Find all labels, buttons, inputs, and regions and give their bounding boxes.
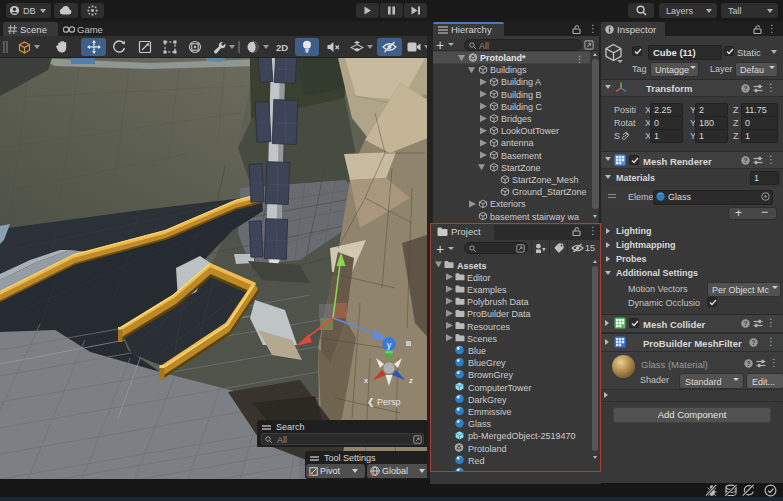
svg-text:DarkGrey: DarkGrey xyxy=(468,395,507,405)
svg-text:x: x xyxy=(364,376,368,385)
svg-text:StartZone: StartZone xyxy=(501,163,541,173)
svg-text:y: y xyxy=(387,340,392,350)
svg-text:StartZone_Mesh: StartZone_Mesh xyxy=(512,175,579,185)
svg-text:Polybrush Data: Polybrush Data xyxy=(467,297,529,307)
svg-text:BrownGrey: BrownGrey xyxy=(468,370,514,380)
svg-text:basement stairway wa: basement stairway wa xyxy=(490,212,579,222)
svg-text:Examples: Examples xyxy=(467,285,507,295)
svg-text:ProBuilder Data: ProBuilder Data xyxy=(467,309,531,319)
svg-text:Protoland*: Protoland* xyxy=(480,53,526,63)
svg-text:?: ? xyxy=(744,157,748,164)
svg-text:antenna: antenna xyxy=(501,138,534,148)
svg-text:BlueGrey: BlueGrey xyxy=(468,358,506,368)
svg-text:❮ Persp: ❮ Persp xyxy=(367,397,401,408)
svg-text:Red: Red xyxy=(468,456,485,466)
svg-text:Editor: Editor xyxy=(467,273,491,283)
svg-text:Protoland: Protoland xyxy=(468,444,507,454)
svg-text:Building C: Building C xyxy=(501,102,543,112)
svg-text:Exteriors: Exteriors xyxy=(490,199,526,209)
svg-text:Building A: Building A xyxy=(501,77,541,87)
svg-text:Assets: Assets xyxy=(457,261,487,271)
svg-text:?: ? xyxy=(747,360,751,367)
svg-text:LookOutTower: LookOutTower xyxy=(501,126,559,136)
svg-text:?: ? xyxy=(752,339,756,346)
svg-text:?: ? xyxy=(744,85,748,92)
svg-text:Buildings: Buildings xyxy=(490,65,527,75)
svg-text:Blue: Blue xyxy=(468,346,486,356)
svg-text:Basement: Basement xyxy=(501,151,542,161)
svg-text:Scenes: Scenes xyxy=(467,334,498,344)
svg-text:Building B: Building B xyxy=(501,90,542,100)
svg-text:Glass: Glass xyxy=(468,419,492,429)
svg-text:⋮: ⋮ xyxy=(575,54,584,64)
svg-text:Ground_StartZone: Ground_StartZone xyxy=(512,187,587,197)
svg-text:?: ? xyxy=(744,320,748,327)
svg-text:pb-MergedObject-2519470: pb-MergedObject-2519470 xyxy=(468,431,576,441)
svg-text:ComputerTower: ComputerTower xyxy=(468,383,532,393)
svg-text:Resources: Resources xyxy=(467,322,511,332)
svg-text:Bridges: Bridges xyxy=(501,114,532,124)
svg-text:Emmissive: Emmissive xyxy=(468,407,512,417)
svg-text:z: z xyxy=(409,376,413,385)
